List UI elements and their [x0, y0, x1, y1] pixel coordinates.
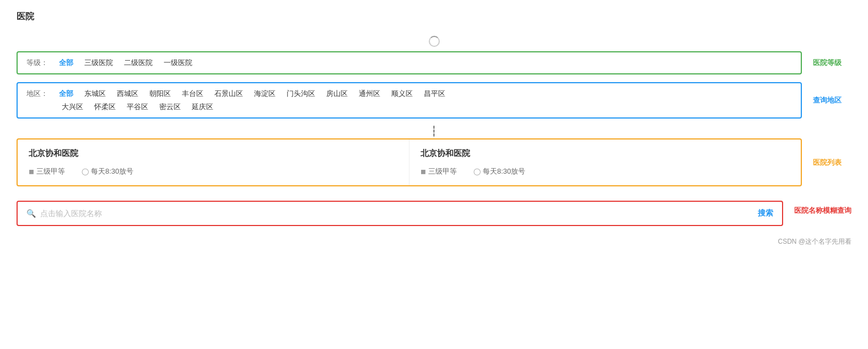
level-section: 等级： 全部 三级医院 二级医院 一级医院 医院等级	[17, 51, 851, 74]
hospital-name-1: 北京协和医院	[29, 148, 398, 159]
page-title: 医院	[17, 11, 851, 23]
district-mentougou[interactable]: 门头沟区	[287, 89, 315, 99]
district-haidian[interactable]: 海淀区	[254, 89, 276, 99]
district-tongzhou[interactable]: 通州区	[359, 89, 380, 99]
hospital-list-section: 北京协和医院 ◼ 三级甲等 ◯ 每天8:30放号 北京协和医院	[17, 138, 851, 186]
district-dongcheng[interactable]: 东城区	[84, 89, 106, 99]
district-yanqing[interactable]: 延庆区	[192, 102, 213, 112]
hospital-list-side-label: 医院列表	[813, 158, 851, 168]
hospital-level-text-1: 三级甲等	[36, 167, 65, 176]
level-box: 等级： 全部 三级医院 二级医院 一级医院	[17, 51, 802, 74]
level-item-3[interactable]: 三级医院	[84, 58, 113, 68]
level-icon-1: ◼	[29, 168, 34, 175]
district-content: 地区： 全部 东城区 西城区 朝阳区 丰台区 石景山区 海淀区 门头沟区 房山区…	[17, 82, 802, 119]
district-chaoyang[interactable]: 朝阳区	[149, 89, 171, 99]
clock-icon-2: ◯	[473, 168, 481, 175]
hospital-card-2[interactable]: 北京协和医院 ◼ 三级甲等 ◯ 每天8:30放号	[409, 139, 801, 185]
cursor-area: ┆	[17, 126, 851, 136]
district-fengtai[interactable]: 丰台区	[182, 89, 203, 99]
district-section: 地区： 全部 东城区 西城区 朝阳区 丰台区 石景山区 海淀区 门头沟区 房山区…	[17, 82, 851, 119]
district-xicheng[interactable]: 西城区	[117, 89, 138, 99]
district-miyun[interactable]: 密云区	[159, 102, 181, 112]
hospital-list-box: 北京协和医院 ◼ 三级甲等 ◯ 每天8:30放号 北京协和医院	[17, 138, 802, 186]
district-daxing[interactable]: 大兴区	[62, 102, 83, 112]
search-box: 🔍 搜索	[17, 201, 783, 226]
hospital-level-1: ◼ 三级甲等	[29, 167, 65, 176]
district-shunyi[interactable]: 顺义区	[391, 89, 413, 99]
hospital-schedule-2: ◯ 每天8:30放号	[473, 167, 525, 176]
hospital-schedule-text-1: 每天8:30放号	[91, 167, 133, 176]
level-item-1[interactable]: 一级医院	[164, 58, 192, 68]
hospital-list-content: 北京协和医院 ◼ 三级甲等 ◯ 每天8:30放号 北京协和医院	[17, 138, 802, 186]
district-row-1: 地区： 全部 东城区 西城区 朝阳区 丰台区 石景山区 海淀区 门头沟区 房山区…	[26, 89, 792, 99]
level-side-label: 医院等级	[813, 58, 851, 68]
hospital-list-inner: 北京协和医院 ◼ 三级甲等 ◯ 每天8:30放号 北京协和医院	[18, 139, 801, 185]
search-input[interactable]	[40, 209, 758, 218]
hospital-card-1[interactable]: 北京协和医院 ◼ 三级甲等 ◯ 每天8:30放号	[18, 139, 409, 185]
district-pinggu[interactable]: 平谷区	[127, 102, 148, 112]
district-label: 地区：	[26, 89, 48, 99]
search-button[interactable]: 搜索	[758, 208, 773, 218]
hospital-schedule-1: ◯ 每天8:30放号	[82, 167, 133, 176]
search-side-label: 医院名称模糊查询	[794, 206, 851, 216]
hospital-schedule-text-2: 每天8:30放号	[483, 167, 525, 176]
footer-text: CSDN @这个名字先用看	[17, 237, 851, 246]
search-icon: 🔍	[26, 209, 36, 218]
level-content: 等级： 全部 三级医院 二级医院 一级医院	[17, 51, 802, 74]
level-item-2[interactable]: 二级医院	[124, 58, 153, 68]
text-cursor: ┆	[431, 126, 437, 136]
loading-spinner	[17, 31, 851, 51]
search-content: 🔍 搜索	[17, 195, 783, 226]
search-section: 🔍 搜索 医院名称模糊查询	[17, 195, 851, 226]
level-label: 等级：	[26, 58, 48, 68]
hospital-meta-1: ◼ 三级甲等 ◯ 每天8:30放号	[29, 167, 398, 176]
district-side-label: 查询地区	[813, 95, 851, 105]
clock-icon-1: ◯	[82, 168, 89, 175]
district-all[interactable]: 全部	[59, 89, 73, 99]
district-fangshan[interactable]: 房山区	[326, 89, 348, 99]
hospital-level-2: ◼ 三级甲等	[420, 167, 457, 176]
district-huairou[interactable]: 怀柔区	[94, 102, 116, 112]
level-item-all[interactable]: 全部	[59, 58, 73, 68]
district-box: 地区： 全部 东城区 西城区 朝阳区 丰台区 石景山区 海淀区 门头沟区 房山区…	[17, 82, 802, 119]
district-changping[interactable]: 昌平区	[424, 89, 445, 99]
district-shijingshan[interactable]: 石景山区	[214, 89, 243, 99]
hospital-name-2: 北京协和医院	[420, 148, 790, 159]
level-icon-2: ◼	[420, 168, 426, 175]
district-row-2: 大兴区 怀柔区 平谷区 密云区 延庆区	[26, 102, 792, 112]
hospital-level-text-2: 三级甲等	[428, 167, 457, 176]
hospital-meta-2: ◼ 三级甲等 ◯ 每天8:30放号	[420, 167, 790, 176]
